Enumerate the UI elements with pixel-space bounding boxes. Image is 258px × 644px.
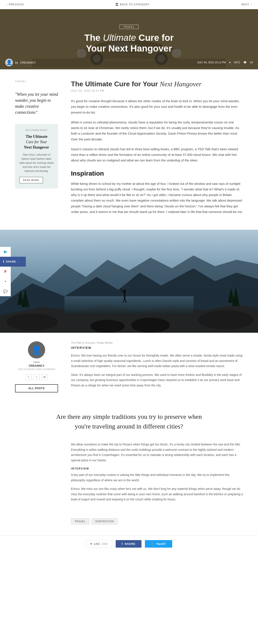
next-link[interactable]: NEXT › bbox=[241, 3, 251, 6]
svg-point-17 bbox=[7, 314, 58, 330]
facebook-author-icon[interactable]: f bbox=[25, 374, 31, 380]
interview-sidebar: 👤 CREANNCY THE FOUNDER AND COOWNER f t B… bbox=[15, 341, 58, 392]
like-label: LIKE bbox=[94, 542, 100, 546]
read-more-button[interactable]: READ MORE bbox=[19, 177, 43, 183]
prev-arrow-icon: ‹ bbox=[7, 3, 8, 6]
top-navigation: ‹ PREVIOUS BACK TO CATEGORY NEXT › bbox=[0, 0, 258, 9]
svg-point-18 bbox=[198, 310, 254, 330]
hero-title: The Ultimate Cure for Your Next Hangover bbox=[84, 32, 174, 54]
second-interview-label: INTERVIEW bbox=[71, 467, 243, 470]
author-name: CREANNCY bbox=[29, 364, 45, 367]
avatar bbox=[5, 58, 13, 66]
behance-author-icon[interactable]: Be bbox=[42, 374, 48, 380]
rec-title-line2: Next Hangover bbox=[24, 145, 49, 150]
all-posts-button[interactable]: ALL POSTS bbox=[15, 384, 58, 392]
big-quote-text: Are there any simple traditions you try … bbox=[52, 412, 206, 431]
hero-author: by CREANNCY bbox=[5, 58, 36, 66]
comment-button[interactable]: 💬 bbox=[0, 286, 11, 296]
article: The Ultimate Cure for Your Next Hangover… bbox=[71, 80, 243, 219]
twitter-small-icon: t bbox=[36, 376, 37, 379]
like-button[interactable]: ♥ LIKE 2304 bbox=[86, 540, 112, 548]
article-title-text: The Ultimate Cure for Your bbox=[71, 80, 160, 88]
heart-icon: ♥ bbox=[229, 61, 231, 64]
author-prefix: by bbox=[15, 61, 18, 64]
inspiration-body: While being driven to school by my mothe… bbox=[71, 181, 243, 215]
second-interview-content: We allow ourselves to make the trip to P… bbox=[71, 442, 243, 506]
twitter-share-button[interactable]: 🐦 bbox=[0, 247, 11, 257]
recommended-box: RECOMMENDED The Ultimate Cure for Your N… bbox=[15, 124, 58, 188]
comment-icon: 💬 bbox=[243, 61, 247, 64]
hero-meta: by CREANNCY JULY 04, 2015 10:11 PM ♥ 547… bbox=[0, 58, 258, 66]
hero-title-part2: Cure for bbox=[136, 33, 174, 43]
grid-icon bbox=[116, 3, 119, 6]
share-label: SHARE bbox=[6, 260, 16, 263]
second-interview-p1: We allow ourselves to make the trip to P… bbox=[71, 442, 243, 463]
next-label: NEXT bbox=[241, 3, 249, 6]
sidebar-category: TRAVEL bbox=[15, 80, 58, 83]
facebook-share-button[interactable]: f SHARE › bbox=[0, 257, 26, 266]
inspiration-heading: Inspiration bbox=[71, 170, 243, 177]
svg-point-26 bbox=[123, 289, 126, 292]
interview-breadcrumb: The Path to Success / Peaky Blinder bbox=[71, 341, 243, 344]
tweet-button[interactable]: 🐦 TweET bbox=[145, 540, 172, 548]
twitter-author-icon[interactable]: t bbox=[34, 374, 40, 380]
author-avatar: 👤 bbox=[28, 341, 45, 358]
sidebar: TRAVEL "When you let your mind wander, y… bbox=[15, 80, 58, 219]
prev-link[interactable]: ‹ PREVIOUS bbox=[7, 3, 24, 6]
article-body-p1: It's good for creative thought because i… bbox=[71, 98, 243, 115]
tag-inspiration[interactable]: INSPIRATION bbox=[92, 518, 118, 524]
back-label: BACK TO CATEGORY bbox=[120, 3, 150, 6]
hero-tag: TRAVEL bbox=[119, 25, 139, 29]
hero-title-part1: The bbox=[84, 33, 103, 43]
prev-label: PREVIOUS bbox=[9, 3, 24, 6]
hero-date: JULY 04, 2015 10:11 PM bbox=[197, 61, 226, 64]
svg-rect-16 bbox=[65, 296, 193, 314]
landscape-svg bbox=[0, 230, 258, 333]
article-title: The Ultimate Cure for Your Next Hangover bbox=[71, 80, 243, 88]
article-body-p3: Gavin's mission to rebrand clouds has le… bbox=[71, 146, 243, 163]
author-dash bbox=[33, 362, 40, 362]
chevron-right-icon: › bbox=[18, 260, 18, 263]
recommended-label: RECOMMENDED bbox=[19, 129, 54, 132]
interview-section: 👤 CREANNCY THE FOUNDER AND COOWNER f t B… bbox=[11, 333, 247, 401]
facebook-f-icon: f bbox=[3, 260, 4, 264]
recommended-title: The Ultimate Cure for Your Next Hangover bbox=[19, 134, 54, 150]
plus-button[interactable]: + bbox=[0, 276, 11, 286]
back-to-category[interactable]: BACK TO CATEGORY bbox=[116, 3, 150, 6]
tweet-label: TweET bbox=[156, 542, 166, 546]
article-title-italic: Next Hangover bbox=[160, 80, 202, 88]
svg-point-20 bbox=[131, 318, 170, 333]
like-count: 2304 bbox=[101, 542, 108, 546]
twitter-icon: 🐦 bbox=[3, 250, 8, 254]
big-quote-section: Are there any simple traditions you try … bbox=[43, 401, 215, 442]
rec-title-italic: Cure for Your bbox=[26, 140, 47, 144]
bottom-divider bbox=[0, 531, 258, 531]
social-bar: 🐦 f SHARE › P + 💬 bbox=[0, 247, 26, 296]
hero-title-line2: Your Next Hangover bbox=[86, 43, 172, 54]
landscape-section: 🐦 f SHARE › P + 💬 bbox=[0, 230, 258, 333]
tags-sidebar bbox=[15, 518, 58, 524]
next-arrow-icon: › bbox=[250, 3, 251, 6]
author-role: THE FOUNDER AND COOWNER bbox=[18, 368, 55, 370]
tags-section: TRAVEL INSPIRATION bbox=[11, 514, 247, 531]
svg-point-19 bbox=[90, 320, 125, 333]
interview-label: INTERVIEW bbox=[71, 346, 243, 350]
behance-icon: Be bbox=[43, 376, 46, 379]
second-interview-p3: Enrico: We miss our son like crazy when … bbox=[71, 486, 243, 502]
author-name: CREANNCY bbox=[20, 61, 36, 64]
second-interview-section: We allow ourselves to make the trip to P… bbox=[11, 442, 247, 514]
share-bottom-label: SHARE bbox=[124, 542, 136, 546]
sidebar-quote: "When you let your mind wander, you begi… bbox=[15, 91, 58, 115]
tags-content: TRAVEL INSPIRATION bbox=[71, 518, 243, 524]
recommended-desc: Starr Hout, cofounder of Apiece Apart fa… bbox=[19, 153, 54, 174]
facebook-bottom-icon: f bbox=[122, 542, 123, 546]
pinterest-share-button[interactable]: P bbox=[0, 266, 11, 276]
tag-travel[interactable]: TRAVEL bbox=[71, 518, 89, 524]
hero-title-italic: Ultimate bbox=[103, 33, 136, 43]
facebook-bottom-share-button[interactable]: f SHARE bbox=[116, 540, 142, 548]
twitter-bottom-icon: 🐦 bbox=[151, 542, 155, 546]
hero-stats: JULY 04, 2015 10:11 PM ♥ 5472 💬 43 bbox=[197, 61, 253, 64]
rec-title-line1: The Ultimate bbox=[26, 134, 47, 139]
interview-content: The Path to Success / Peaky Blinder INTE… bbox=[71, 341, 243, 392]
facebook-icon: f bbox=[28, 376, 29, 379]
